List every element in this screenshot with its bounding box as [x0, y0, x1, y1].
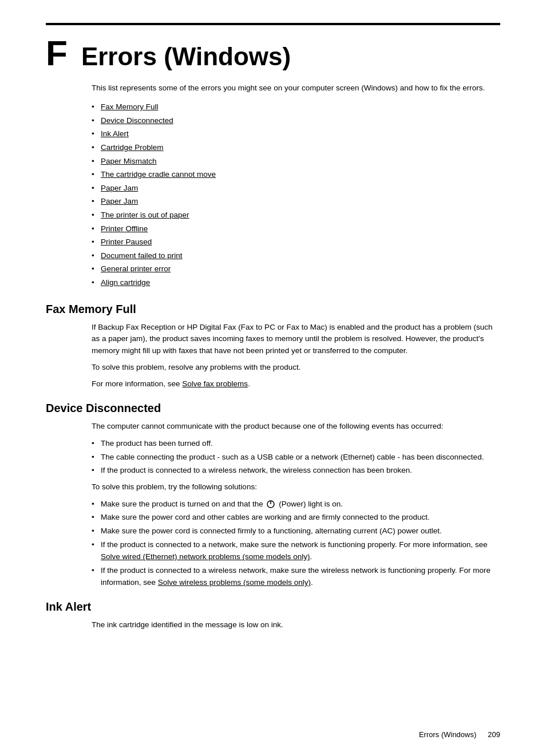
section-device-disconnected: Device Disconnected The computer cannot …: [46, 402, 500, 589]
section-content-ink-alert: The ink cartridge identified in the mess…: [92, 619, 500, 631]
section-ink-alert: Ink Alert The ink cartridge identified i…: [46, 600, 500, 631]
fax-memory-paragraph-1: If Backup Fax Reception or HP Digital Fa…: [92, 322, 500, 358]
device-disconnected-intro: The computer cannot communicate with the…: [92, 421, 500, 433]
toc-link-device-disconnected[interactable]: Device Disconnected: [101, 116, 173, 125]
section-heading-device-disconnected: Device Disconnected: [46, 402, 500, 415]
device-disconnected-solutions-intro: To solve this problem, try the following…: [92, 481, 500, 493]
list-item: Printer Paused: [92, 236, 500, 248]
power-icon: [266, 500, 275, 509]
solve-wired-link[interactable]: Solve wired (Ethernet) network problems …: [101, 552, 310, 561]
section-fax-memory-full: Fax Memory Full If Backup Fax Reception …: [46, 303, 500, 391]
section-content-fax-memory-full: If Backup Fax Reception or HP Digital Fa…: [92, 322, 500, 391]
section-content-device-disconnected: The computer cannot communicate with the…: [92, 421, 500, 589]
toc-link-printer-offline[interactable]: Printer Offline: [101, 224, 148, 233]
solve-fax-link[interactable]: Solve fax problems: [182, 379, 248, 388]
list-item: Paper Jam: [92, 195, 500, 208]
footer-chapter-label: Errors (Windows): [419, 730, 476, 739]
footer-page-number: 209: [488, 730, 500, 739]
list-item: Make sure the product is turned on and t…: [92, 498, 500, 510]
toc-link-align-cartridge[interactable]: Align cartridge: [101, 278, 150, 287]
list-item: Fax Memory Full: [92, 101, 500, 113]
toc-link-paper-mismatch[interactable]: Paper Mismatch: [101, 157, 157, 165]
toc-link-cartridge-cradle[interactable]: The cartridge cradle cannot move: [101, 170, 216, 179]
section-heading-ink-alert: Ink Alert: [46, 600, 500, 613]
toc-link-general-error[interactable]: General printer error: [101, 264, 171, 273]
toc-link-printer-paused[interactable]: Printer Paused: [101, 238, 152, 246]
toc-link-out-of-paper[interactable]: The printer is out of paper: [101, 211, 189, 219]
toc-list: Fax Memory Full Device Disconnected Ink …: [92, 101, 500, 288]
intro-text: This list represents some of the errors …: [92, 82, 500, 94]
device-disconnected-causes: The product has been turned off. The cab…: [92, 437, 500, 477]
list-item: The product has been turned off.: [92, 437, 500, 450]
page: F Errors (Windows) This list represents …: [0, 0, 546, 756]
list-item: The cartridge cradle cannot move: [92, 168, 500, 181]
list-item: Paper Jam: [92, 182, 500, 195]
top-border: [46, 23, 500, 25]
list-item: Make sure the power cord is connected fi…: [92, 525, 500, 537]
device-disconnected-solutions: Make sure the product is turned on and t…: [92, 498, 500, 589]
list-item: The printer is out of paper: [92, 209, 500, 221]
chapter-title: Errors (Windows): [81, 43, 291, 70]
list-item: Ink Alert: [92, 128, 500, 140]
toc-link-paper-jam-1[interactable]: Paper Jam: [101, 184, 138, 192]
section-heading-fax-memory-full: Fax Memory Full: [46, 303, 500, 316]
chapter-letter: F: [46, 35, 68, 71]
list-item: General printer error: [92, 263, 500, 275]
fax-memory-paragraph-2: To solve this problem, resolve any probl…: [92, 362, 500, 374]
list-item: The cable connecting the product - such …: [92, 451, 500, 464]
list-item: If the product is connected to a wireles…: [92, 564, 500, 589]
toc-link-document-failed[interactable]: Document failed to print: [101, 251, 183, 260]
toc-link-cartridge-problem[interactable]: Cartridge Problem: [101, 143, 164, 152]
chapter-header: F Errors (Windows): [46, 35, 500, 71]
list-item: If the product is connected to a wireles…: [92, 464, 500, 477]
ink-alert-paragraph: The ink cartridge identified in the mess…: [92, 619, 500, 631]
toc-link-ink-alert[interactable]: Ink Alert: [101, 129, 129, 138]
list-item: Printer Offline: [92, 223, 500, 235]
list-item: Document failed to print: [92, 250, 500, 262]
list-item: Paper Mismatch: [92, 155, 500, 168]
list-item: Align cartridge: [92, 276, 500, 289]
list-item: If the product is connected to a network…: [92, 539, 500, 563]
list-item: Device Disconnected: [92, 114, 500, 127]
toc-link-fax-memory-full[interactable]: Fax Memory Full: [101, 102, 159, 111]
toc-link-paper-jam-2[interactable]: Paper Jam: [101, 197, 138, 205]
list-item: Cartridge Problem: [92, 141, 500, 154]
fax-memory-paragraph-3: For more information, see Solve fax prob…: [92, 378, 500, 390]
page-footer: Errors (Windows) 209: [419, 730, 500, 739]
solve-wireless-link[interactable]: Solve wireless problems (some models onl…: [158, 578, 311, 587]
list-item: Make sure the power cord and other cable…: [92, 511, 500, 524]
